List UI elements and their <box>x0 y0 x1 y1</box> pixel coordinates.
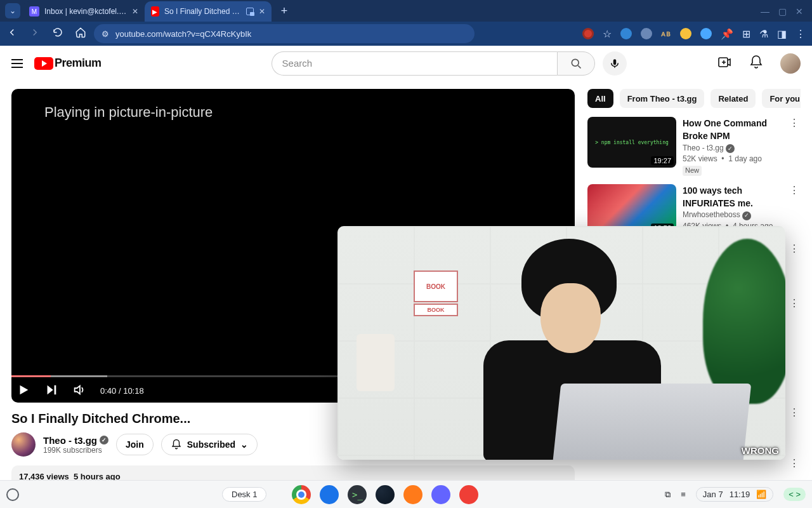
extension-icon[interactable] <box>620 28 632 39</box>
home-button[interactable] <box>75 27 86 41</box>
youtube-header: Premium Search <box>0 46 812 81</box>
shelf-apps: >_ <box>292 485 478 504</box>
search-input[interactable]: Search <box>272 51 557 76</box>
close-icon[interactable]: ✕ <box>132 7 138 16</box>
channel-avatar[interactable] <box>11 432 36 457</box>
reload-button[interactable] <box>52 27 63 41</box>
guide-menu-button[interactable] <box>11 59 23 68</box>
extension-icon[interactable] <box>641 28 652 39</box>
launcher-button[interactable] <box>6 488 19 501</box>
wifi-icon: 📶 <box>756 490 766 499</box>
verified-icon: ✓ <box>726 144 735 153</box>
tab-search-button[interactable]: ⌄ <box>5 3 20 18</box>
time-display: 0:40 / 10:18 <box>100 386 144 396</box>
time-text: 11:19 <box>730 490 750 499</box>
desk-button[interactable]: Desk 1 <box>222 487 266 502</box>
more-icon[interactable]: ⋮ <box>789 406 799 418</box>
chrome-app-icon[interactable] <box>292 485 311 504</box>
subscribed-button[interactable]: Subscribed ⌄ <box>161 434 258 455</box>
labs-icon[interactable]: ⚗ <box>759 28 768 40</box>
next-button[interactable] <box>44 383 58 399</box>
site-settings-icon[interactable]: ⚙ <box>102 29 109 39</box>
extension-icon[interactable]: ᴀʙ <box>661 29 671 38</box>
chip-from-channel[interactable]: From Theo - t3.gg <box>620 89 705 108</box>
holding-space-icon[interactable]: ⧉ <box>665 490 671 500</box>
kebab-menu-icon[interactable]: ⋮ <box>796 28 806 40</box>
tab-youtube[interactable]: ▶ So I Finally Ditched Chrome ✕ <box>145 1 272 22</box>
quick-settings-icon[interactable]: ≡ <box>681 490 686 499</box>
join-button[interactable]: Join <box>116 434 154 455</box>
url-text: youtube.com/watch?v=qCX4RcKybIk <box>115 29 251 39</box>
pip-decor: BOOK <box>414 304 458 316</box>
tab-title: Inbox | kevin@kctofel.com | Pr <box>44 7 127 16</box>
svg-point-0 <box>572 59 579 66</box>
mail-icon: M <box>29 6 39 17</box>
thumbnail-text: > npm install everything <box>595 140 669 145</box>
minimize-icon[interactable]: — <box>761 6 769 17</box>
back-button[interactable] <box>6 27 18 41</box>
pip-window[interactable]: BOOK BOOK WRONG <box>337 226 785 460</box>
chip-related[interactable]: Related <box>710 89 756 108</box>
maximize-icon[interactable]: ▢ <box>778 6 787 17</box>
tab-title: So I Finally Ditched Chrome <box>164 7 241 16</box>
extension-icon[interactable] <box>680 28 691 39</box>
sidepanel-icon[interactable]: ◨ <box>777 28 787 40</box>
rec-age: 1 day ago <box>728 154 762 163</box>
bookmark-icon[interactable]: ☆ <box>603 28 612 40</box>
youtube-logo[interactable]: Premium <box>34 57 102 70</box>
svg-rect-1 <box>613 59 616 65</box>
search-button[interactable] <box>557 51 595 76</box>
extension-icon[interactable]: 📌 <box>721 28 733 40</box>
chip-for-you[interactable]: For you <box>762 89 801 108</box>
chip-all[interactable]: All <box>587 89 613 108</box>
app-icon[interactable] <box>403 485 422 504</box>
files-app-icon[interactable] <box>320 485 339 504</box>
more-icon[interactable]: ⋮ <box>788 117 801 177</box>
player-controls: 0:40 / 10:18 <box>16 383 144 399</box>
notifications-button[interactable] <box>749 55 764 72</box>
pip-indicator-icon <box>246 8 254 15</box>
date-text: Jan 7 <box>703 490 723 499</box>
account-avatar[interactable] <box>780 53 801 74</box>
youtube-play-icon <box>34 57 53 70</box>
subscribed-label: Subscribed <box>187 439 235 450</box>
terminal-app-icon[interactable]: >_ <box>348 485 367 504</box>
create-button[interactable] <box>717 55 732 72</box>
status-area[interactable]: Jan 7 11:19 📶 <box>696 487 773 502</box>
address-bar[interactable]: ⚙ youtube.com/watch?v=qCX4RcKybIk <box>94 24 475 43</box>
mastodon-app-icon[interactable] <box>431 485 450 504</box>
verified-icon: ✓ <box>100 436 108 444</box>
close-icon[interactable]: ✕ <box>259 7 265 16</box>
tab-inbox[interactable]: M Inbox | kevin@kctofel.com | Pr ✕ <box>23 1 145 22</box>
new-badge: New <box>683 166 702 176</box>
voice-search-button[interactable] <box>603 51 627 76</box>
extension-icon[interactable] <box>582 28 594 39</box>
extensions-menu-icon[interactable]: ⊞ <box>742 28 750 40</box>
subscriber-count: 199K subscribers <box>43 446 108 455</box>
tab-strip: ⌄ M Inbox | kevin@kctofel.com | Pr ✕ ▶ S… <box>5 1 293 22</box>
rec-title: How One Command Broke NPM <box>683 117 782 143</box>
new-tab-button[interactable]: + <box>275 2 293 20</box>
more-icon[interactable]: ⋮ <box>789 297 799 309</box>
forward-button[interactable] <box>29 27 41 41</box>
rec-views: 52K views <box>683 154 717 163</box>
pip-decor: BOOK <box>414 271 458 302</box>
close-window-icon[interactable]: ✕ <box>796 6 803 17</box>
extension-icon[interactable] <box>700 28 712 39</box>
recommendation-item[interactable]: > npm install everything 19:27 How One C… <box>587 117 801 177</box>
duration-badge: 19:27 <box>651 156 674 165</box>
pip-decor <box>357 334 395 391</box>
channel-name[interactable]: Theo - t3.gg✓ <box>43 435 108 446</box>
volume-button[interactable] <box>72 383 86 399</box>
pip-laptop <box>553 384 752 460</box>
verified-icon: ✓ <box>742 211 751 220</box>
more-icon[interactable]: ⋮ <box>788 184 801 244</box>
more-icon[interactable]: ⋮ <box>789 243 799 255</box>
app-icon[interactable] <box>459 485 478 504</box>
play-button[interactable] <box>16 383 30 399</box>
rec-channel: Theo - t3.gg <box>683 144 724 152</box>
steam-app-icon[interactable] <box>376 485 395 504</box>
window-controls: — ▢ ✕ <box>761 6 807 22</box>
more-icon[interactable]: ⋮ <box>789 457 799 469</box>
dev-mode-badge[interactable]: < > <box>783 488 806 501</box>
